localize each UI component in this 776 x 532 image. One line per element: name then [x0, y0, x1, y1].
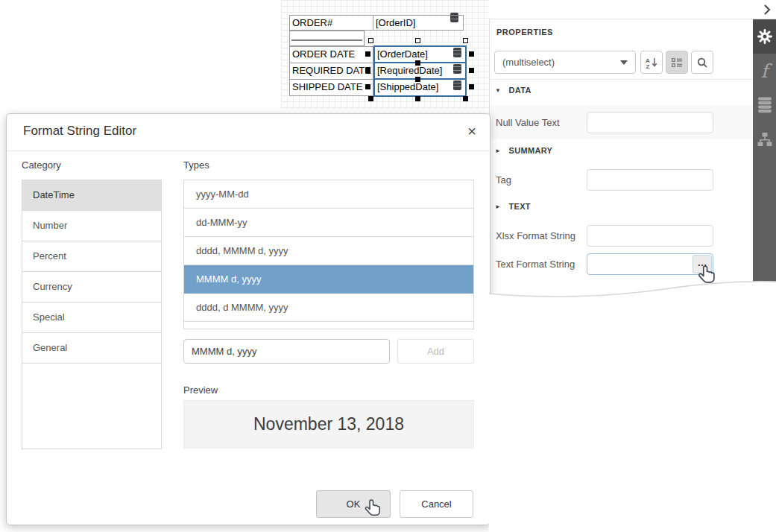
selection-handle[interactable]	[463, 38, 468, 43]
section-text[interactable]: ► TEXT	[495, 202, 531, 211]
category-label: Category	[22, 159, 61, 171]
panel-divider	[489, 79, 753, 80]
data-binding-icon	[453, 64, 461, 74]
section-summary[interactable]: ► SUMMARY	[495, 146, 552, 155]
cell-text: ORDER DATE	[292, 48, 355, 60]
hierarchy-icon	[757, 132, 772, 147]
section-data[interactable]: ▼ DATA	[495, 86, 531, 95]
cell-text: ORDER#	[292, 17, 332, 28]
xlsx-format-string-input[interactable]	[587, 225, 713, 247]
format-string-ellipsis-button[interactable]: …	[693, 255, 712, 273]
type-item[interactable]: dddd, MMMM d, yyyy	[184, 237, 473, 265]
cell-requireddate-label[interactable]: REQUIRED DATE	[289, 63, 373, 80]
type-item[interactable]: dd-MMM-yy	[184, 209, 473, 237]
report-designer-screen: ORDER# [OrderID] ORDER DATE REQUIRED DAT…	[0, 0, 776, 532]
cell-text: [ShippedDate]	[377, 81, 438, 92]
dialog-title: Format String Editor	[23, 124, 136, 139]
cell-orderid-field[interactable]: [OrderID]	[373, 15, 464, 31]
sidebar-item-report-explorer[interactable]	[753, 122, 776, 156]
selection-handle[interactable]	[415, 96, 420, 101]
cell-text: [OrderDate]	[377, 48, 428, 60]
sort-az-icon: A Z	[646, 57, 658, 69]
properties-panel-title: PROPERTIES	[496, 28, 553, 37]
category-item-general[interactable]: General	[22, 333, 161, 364]
selection-handle[interactable]	[365, 51, 370, 57]
category-list: DateTime Number Percent Currency Special…	[22, 180, 162, 449]
add-button[interactable]: Add	[397, 339, 474, 364]
xlsx-format-string-label: Xlsx Format String	[496, 225, 575, 247]
panel-top-strip	[489, 0, 776, 19]
category-item-special[interactable]: Special	[22, 303, 161, 333]
preview-box: November 13, 2018	[183, 400, 474, 449]
line-element	[291, 39, 362, 41]
sidebar-item-properties[interactable]	[753, 19, 776, 54]
cell-shippeddate-label[interactable]: SHIPPED DATE	[289, 79, 373, 96]
selection-handle[interactable]	[368, 38, 373, 43]
selection-handle[interactable]	[365, 84, 370, 89]
selection-handle[interactable]	[469, 51, 474, 57]
null-value-text-label: Null Value Text	[496, 112, 560, 133]
svg-text:Z: Z	[646, 63, 649, 69]
sidebar-item-expressions[interactable]: f	[753, 54, 776, 88]
category-view-icon	[671, 57, 683, 69]
cell-order-label[interactable]: ORDER#	[289, 15, 373, 31]
category-view-button[interactable]	[666, 51, 688, 74]
section-expanded-icon: ▼	[495, 87, 501, 94]
gear-icon	[757, 28, 773, 45]
cell-text: REQUIRED DATE	[292, 65, 371, 76]
cell-text: [RequiredDate]	[377, 65, 442, 76]
selection-handle[interactable]	[463, 96, 468, 101]
chevron-down-icon	[620, 60, 628, 65]
category-item-percent[interactable]: Percent	[22, 241, 161, 272]
cell-text: SHIPPED DATE	[292, 81, 362, 92]
cancel-button[interactable]: Cancel	[400, 490, 473, 518]
selection-handle[interactable]	[365, 68, 370, 73]
close-icon[interactable]: ×	[467, 121, 476, 141]
search-properties-button[interactable]	[691, 51, 713, 74]
preview-label: Preview	[183, 384, 218, 396]
cell-empty-with-line[interactable]	[289, 31, 365, 46]
designer-sidebar: f	[753, 19, 776, 291]
selection-handle[interactable]	[415, 60, 420, 66]
cell-orderdate-label[interactable]: ORDER DATE	[289, 46, 373, 63]
cell-text: [OrderID]	[376, 17, 415, 28]
type-item-selected[interactable]: MMMM d, yyyy	[184, 265, 473, 294]
custom-format-input[interactable]	[183, 339, 390, 364]
type-item[interactable]: yyyy-MM-dd	[184, 180, 473, 209]
selection-handle[interactable]	[415, 77, 420, 82]
selected-value: (multiselect)	[502, 57, 555, 68]
selection-handle[interactable]	[368, 96, 373, 101]
section-collapsed-icon: ►	[495, 148, 501, 154]
types-label: Types	[183, 159, 209, 171]
collapse-panel-icon[interactable]	[763, 4, 771, 15]
format-string-editor-dialog: Format String Editor × Category DateTime…	[6, 113, 490, 525]
function-icon: f	[761, 62, 768, 80]
category-item-datetime[interactable]: DateTime	[22, 180, 161, 211]
database-icon	[757, 97, 772, 113]
text-format-string-label: Text Format String	[496, 253, 575, 275]
ok-button[interactable]: OK	[316, 490, 391, 518]
property-selector-dropdown[interactable]: (multiselect)	[494, 51, 636, 74]
sort-az-button[interactable]: A Z	[640, 51, 663, 74]
selection-handle[interactable]	[469, 84, 474, 89]
torn-edge-decoration	[489, 278, 776, 532]
search-icon	[696, 57, 708, 69]
tag-label: Tag	[496, 169, 511, 191]
category-item-number[interactable]: Number	[22, 211, 161, 241]
dialog-header: Format String Editor ×	[7, 114, 490, 151]
sidebar-item-field-list[interactable]	[753, 88, 776, 122]
tag-input[interactable]	[587, 169, 713, 191]
data-binding-icon	[453, 80, 461, 90]
selection-handle[interactable]	[415, 38, 420, 43]
data-binding-icon	[453, 48, 461, 57]
data-binding-icon	[450, 13, 458, 22]
null-value-text-input[interactable]	[587, 112, 713, 133]
section-collapsed-icon: ►	[495, 203, 501, 210]
type-item[interactable]: dddd, d MMMM, yyyy	[184, 294, 473, 322]
selection-handle[interactable]	[469, 68, 474, 73]
category-item-currency[interactable]: Currency	[22, 272, 161, 303]
types-list: yyyy-MM-dd dd-MMM-yy dddd, MMMM d, yyyy …	[183, 180, 474, 329]
preview-value: November 13, 2018	[253, 414, 404, 434]
